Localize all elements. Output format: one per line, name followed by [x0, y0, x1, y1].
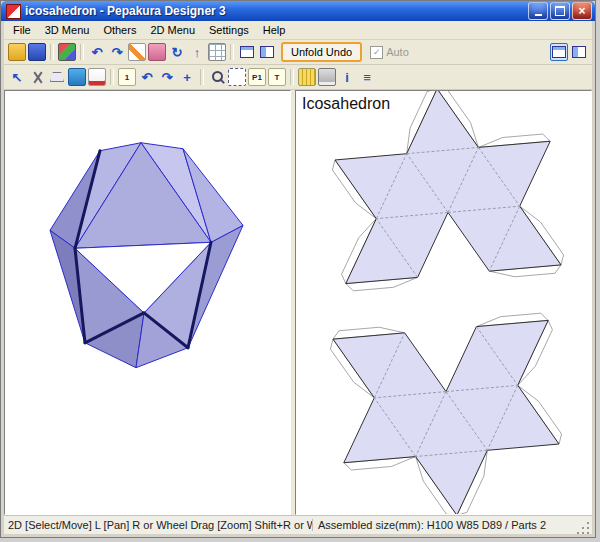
layout-split-v-icon[interactable]	[258, 43, 276, 61]
edge-color-icon[interactable]	[88, 68, 106, 86]
view-cube-icon[interactable]	[58, 43, 76, 61]
2d-pattern-canvas[interactable]	[296, 91, 591, 514]
select-part-icon[interactable]: ↖	[8, 68, 26, 86]
resize-grip[interactable]	[577, 520, 591, 534]
title-bar[interactable]: icosahedron - Pepakura Designer 3 ×	[1, 1, 595, 21]
toolbar-view-toggles	[549, 43, 589, 61]
toolbar-separator	[200, 69, 204, 85]
glue-flap-toggle-icon[interactable]	[48, 68, 66, 86]
pen-tool-icon[interactable]	[128, 43, 146, 61]
2d-sheet-title: Icosahedron	[302, 95, 390, 113]
rotate-part-right-icon[interactable]: ↷	[158, 68, 176, 86]
toolbar-2d-tools: ↖1↶↷+P1Ti≡	[4, 65, 592, 90]
2d-view-pane[interactable]: Icosahedron	[295, 90, 592, 515]
info-icon[interactable]: i	[338, 68, 356, 86]
3d-view-pane[interactable]	[4, 90, 291, 515]
status-assembled-size: Assembled size(mm): H100 W85 D89 / Parts…	[313, 519, 577, 531]
menu-item-others[interactable]: Others	[96, 22, 143, 38]
menu-item-settings[interactable]: Settings	[202, 22, 256, 38]
zoom-in-icon[interactable]	[208, 68, 226, 86]
print-preview-icon[interactable]	[318, 68, 336, 86]
close-button[interactable]: ×	[572, 2, 592, 20]
zoom-fit-icon[interactable]	[228, 68, 246, 86]
eraser-tool-icon[interactable]	[148, 43, 166, 61]
app-window: icosahedron - Pepakura Designer 3 × File…	[1, 1, 595, 537]
rotate-part-left-icon[interactable]: ↶	[138, 68, 156, 86]
pane-3d-2d-icon[interactable]	[550, 43, 568, 61]
toolbar-separator	[50, 44, 54, 60]
minimize-icon	[535, 14, 542, 16]
status-bar: 2D [Select/Move] L [Pan] R or Wheel Drag…	[4, 515, 592, 534]
unfold-undo-button[interactable]: Unfold Undo	[281, 42, 362, 62]
undo-icon[interactable]: ↶	[88, 43, 106, 61]
toolbar-separator	[80, 44, 84, 60]
menu-item-help[interactable]: Help	[256, 22, 293, 38]
menu-item-3d-menu[interactable]: 3D Menu	[38, 22, 97, 38]
toolbar-2d-icons: ↖1↶↷+P1Ti≡	[7, 68, 377, 86]
client-area: Icosahedron	[4, 90, 592, 515]
toolbar-main-icons: ↶↷↻↑	[7, 43, 277, 61]
options-menu-icon[interactable]: ≡	[358, 68, 376, 86]
auto-label: Auto	[386, 46, 409, 58]
maximize-icon	[555, 6, 565, 16]
status-hint: 2D [Select/Move] L [Pan] R or Wheel Drag…	[8, 519, 313, 531]
unfold-part-top[interactable]	[332, 91, 563, 291]
p1-page-marker-icon[interactable]: P1	[248, 68, 266, 86]
auto-checkbox[interactable]: ✓ Auto	[370, 46, 409, 59]
unfold-part-bottom[interactable]	[330, 313, 561, 514]
toolbar-main: ↶↷↻↑ Unfold Undo ✓ Auto	[4, 40, 592, 65]
redo-icon[interactable]: ↷	[108, 43, 126, 61]
rotate-view-icon[interactable]: ↻	[168, 43, 186, 61]
toolbar-separator	[230, 44, 234, 60]
move-up-icon[interactable]: ↑	[188, 43, 206, 61]
layout-split-h-icon[interactable]	[238, 43, 256, 61]
open-file-icon[interactable]	[8, 43, 26, 61]
measure-icon[interactable]	[298, 68, 316, 86]
menu-item-file[interactable]: File	[6, 22, 38, 38]
part-number-icon[interactable]: 1	[118, 68, 136, 86]
menu-bar: File3D MenuOthers2D MenuSettingsHelp	[4, 21, 592, 40]
toolbar-separator	[110, 69, 114, 85]
grid-toggle-icon[interactable]	[208, 43, 226, 61]
window-title: icosahedron - Pepakura Designer 3	[25, 4, 526, 18]
auto-check-icon: ✓	[370, 46, 383, 59]
part-outline	[335, 91, 561, 284]
app-icon	[6, 4, 21, 19]
move-part-icon[interactable]: +	[178, 68, 196, 86]
pane-2d-only-icon[interactable]	[570, 43, 588, 61]
maximize-button[interactable]	[550, 2, 570, 20]
3d-model-view[interactable]	[5, 91, 290, 514]
save-file-icon[interactable]	[28, 43, 46, 61]
texture-paint-icon[interactable]	[68, 68, 86, 86]
part-outline	[333, 320, 559, 514]
toolbar-separator	[290, 69, 294, 85]
cut-edge-icon[interactable]	[28, 68, 46, 86]
menu-item-2d-menu[interactable]: 2D Menu	[143, 22, 202, 38]
insert-text-icon[interactable]: T	[268, 68, 286, 86]
minimize-button[interactable]	[528, 2, 548, 20]
